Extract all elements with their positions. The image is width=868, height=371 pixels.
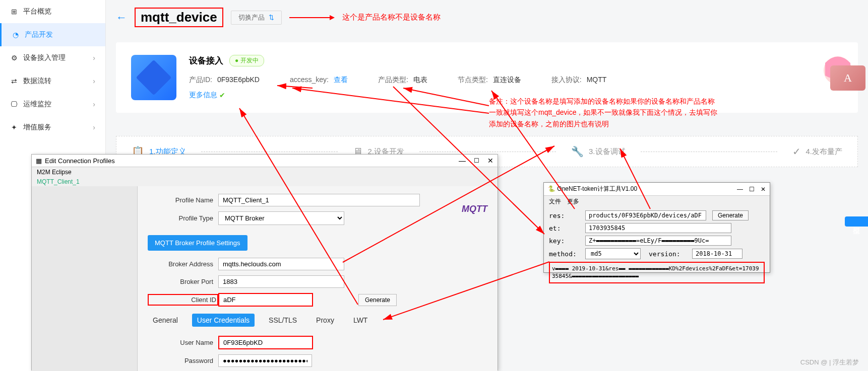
broker-port-input[interactable] <box>218 275 344 288</box>
more-info-label: 更多信息 <box>189 91 217 100</box>
annotation-arrow-icon <box>289 13 335 23</box>
verified-icon: ✔ <box>219 91 225 99</box>
ecp-client-item[interactable]: MQTT_Client_1 <box>32 177 498 186</box>
ecp-title: Edit Connection Profiles <box>45 157 115 165</box>
minimize-icon[interactable]: — <box>737 186 743 193</box>
step-4[interactable]: ✓4.发布量产 <box>792 145 843 158</box>
check-icon: ✓ <box>792 145 801 158</box>
token-generate-button[interactable]: Generate <box>712 210 749 220</box>
product-type-label: 产品类型: <box>378 76 408 85</box>
model-button[interactable]: 模型 <box>845 216 868 227</box>
watermark: CSDN @ | 浮生若梦 <box>800 358 859 367</box>
sidebar-label: 运维监控 <box>23 100 51 109</box>
token-titlebar[interactable]: 🐍 OneNET-token计算工具V1.00 — ☐ ✕ <box>544 183 770 196</box>
minimize-icon[interactable]: — <box>459 157 466 165</box>
sidebar-item-product-dev[interactable]: ◔ 产品开发 <box>0 23 105 46</box>
back-arrow-icon[interactable]: ← <box>116 11 127 24</box>
view-access-key-link[interactable]: 查看 <box>334 76 348 85</box>
broker-settings-button[interactable]: MQTT Broker Profile Settings <box>148 235 247 251</box>
mqtt-logo: MQTT <box>462 204 487 214</box>
card-title: 设备接入 <box>189 55 223 66</box>
sidebar-label: 平台概览 <box>23 7 51 16</box>
maximize-icon[interactable]: ☐ <box>474 157 479 164</box>
version-label: version: <box>649 250 689 258</box>
ecp-subtitle: M2M Eclipse <box>32 167 498 177</box>
res-label: res: <box>549 212 582 219</box>
pie-icon: ◔ <box>12 31 20 39</box>
protocol-label: 接入协议: <box>551 76 582 85</box>
product-id-value: 0F93E6pbKD <box>217 76 260 85</box>
annotation-remark: 备注：这个设备名称是填写添加的设备名称如果你的设备名称和产品名称一致就填写这个m… <box>489 96 721 129</box>
product-type-value: 电表 <box>413 76 427 85</box>
method-label: method: <box>549 250 582 258</box>
switch-label: 切换产品 <box>238 13 265 22</box>
client-id-input[interactable] <box>218 293 313 307</box>
chevron-right-icon: › <box>93 123 95 131</box>
svg-marker-1 <box>330 15 335 20</box>
product-id-label: 产品ID: <box>189 76 212 85</box>
generate-client-id-button[interactable]: Generate <box>358 294 397 306</box>
res-input[interactable] <box>585 210 706 220</box>
ecp-form: Profile Name Profile Type MQTT Broker MQ… <box>138 186 498 371</box>
debug-icon: 🔧 <box>571 145 584 158</box>
sidebar-item-device-access[interactable]: ⚙ 设备接入管理 › <box>0 46 105 69</box>
main-content: ← mqtt_device 切换产品 ⇅ 这个是产品名称不是设备名称 设备接入 … <box>116 8 858 113</box>
monitor-icon: 🖵 <box>10 100 18 108</box>
version-input[interactable] <box>692 249 742 259</box>
annotation-product-name: 这个是产品名称不是设备名称 <box>342 13 441 22</box>
ecp-tabs: General User Credentials SSL/TLS Proxy L… <box>148 314 487 327</box>
status-badge: ● 开发中 <box>229 55 264 66</box>
broker-port-label: Broker Port <box>148 278 218 285</box>
window-icon: ▦ <box>36 157 42 165</box>
key-label: key: <box>549 237 582 245</box>
tab-proxy[interactable]: Proxy <box>311 314 339 327</box>
switch-product-button[interactable]: 切换产品 ⇅ <box>231 11 282 25</box>
product-card: 设备接入 ● 开发中 产品ID:0F93E6pbKD access_key:查看… <box>116 42 858 113</box>
et-label: et: <box>549 225 582 232</box>
step-label: 4.发布量产 <box>806 147 843 157</box>
more-info-link[interactable]: 更多信息 ✔ <box>189 91 225 100</box>
username-input[interactable] <box>218 336 313 349</box>
access-key-label: access_key: <box>290 76 329 85</box>
tab-user-credentials[interactable]: User Credentials <box>192 314 255 327</box>
menu-more[interactable]: 更多 <box>567 197 579 206</box>
close-icon[interactable]: ✕ <box>487 157 493 165</box>
edit-connection-profiles-window: ▦ Edit Connection Profiles — ☐ ✕ M2M Ecl… <box>31 154 498 370</box>
username-label: User Name <box>148 339 218 346</box>
chevron-right-icon: › <box>93 54 95 62</box>
tab-ssl-tls[interactable]: SSL/TLS <box>264 314 302 327</box>
password-input[interactable] <box>218 354 312 367</box>
sidebar-item-data-flow[interactable]: ⇄ 数据流转 › <box>0 69 105 93</box>
token-title: OneNET-token计算工具V1.00 <box>557 185 637 192</box>
protocol-value: MQTT <box>587 76 607 85</box>
menu-file[interactable]: 文件 <box>549 197 561 206</box>
key-input[interactable] <box>585 236 731 246</box>
et-input[interactable] <box>585 223 731 233</box>
chevron-right-icon: › <box>93 100 95 108</box>
method-select[interactable]: md5 <box>585 248 641 259</box>
close-icon[interactable]: ✕ <box>761 186 766 193</box>
sidebar-label: 增值服务 <box>23 123 51 132</box>
sparkle-icon: ✦ <box>10 123 18 131</box>
ecp-sidebar <box>32 186 138 371</box>
ecp-titlebar[interactable]: ▦ Edit Connection Profiles — ☐ ✕ <box>32 155 498 167</box>
tab-general[interactable]: General <box>148 314 183 327</box>
node-type-label: 节点类型: <box>458 76 488 85</box>
gear-icon: ⚙ <box>10 54 18 62</box>
sidebar-item-value-added[interactable]: ✦ 增值服务 › <box>0 116 105 139</box>
sidebar-label: 数据流转 <box>23 77 51 86</box>
maximize-icon[interactable]: ☐ <box>749 186 755 193</box>
product-title: mqtt_device <box>135 8 223 27</box>
sidebar-label: 设备接入管理 <box>23 53 66 62</box>
sidebar-item-ops-monitor[interactable]: 🖵 运维监控 › <box>0 93 105 116</box>
profile-type-select[interactable]: MQTT Broker <box>218 211 344 225</box>
broker-address-input[interactable] <box>218 258 344 270</box>
sort-icon: ⇅ <box>269 14 274 21</box>
profile-name-input[interactable] <box>218 194 420 206</box>
onenet-token-window: 🐍 OneNET-token计算工具V1.00 — ☐ ✕ 文件 更多 res:… <box>543 182 770 273</box>
page-header: ← mqtt_device 切换产品 ⇅ 这个是产品名称不是设备名称 <box>116 8 858 27</box>
tab-lwt[interactable]: LWT <box>348 314 373 327</box>
sidebar-item-overview[interactable]: ⊞ 平台概览 <box>0 0 105 23</box>
step-3[interactable]: 🔧3.设备调试 <box>571 145 626 158</box>
device-icon <box>131 55 176 100</box>
